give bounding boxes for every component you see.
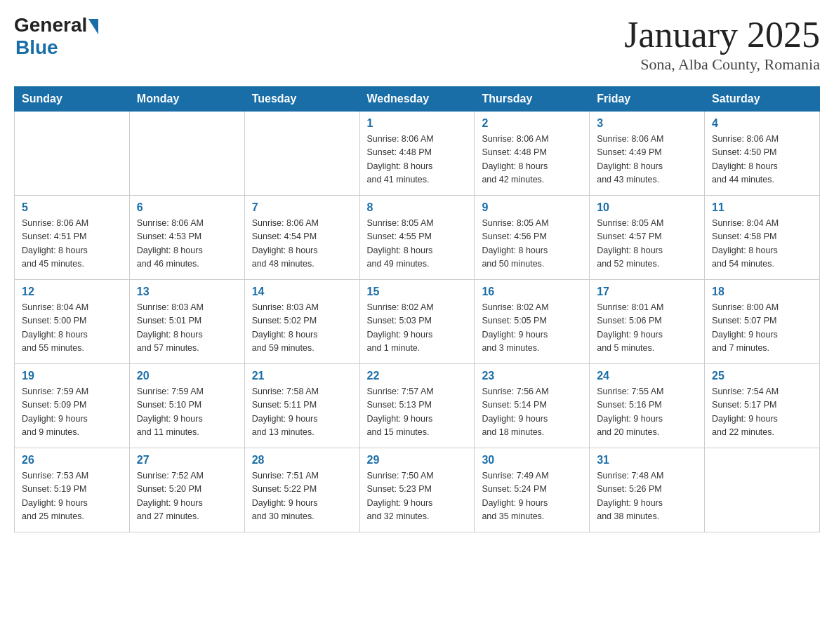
day-info: Sunrise: 8:06 AM Sunset: 4:51 PM Dayligh…	[22, 217, 122, 271]
day-number: 14	[252, 286, 352, 298]
day-info: Sunrise: 7:49 AM Sunset: 5:24 PM Dayligh…	[482, 469, 582, 524]
day-info: Sunrise: 7:59 AM Sunset: 5:10 PM Dayligh…	[137, 385, 237, 440]
day-info: Sunrise: 7:50 AM Sunset: 5:23 PM Dayligh…	[367, 469, 468, 524]
day-info: Sunrise: 8:05 AM Sunset: 4:55 PM Dayligh…	[367, 217, 468, 271]
day-info: Sunrise: 8:02 AM Sunset: 5:03 PM Dayligh…	[367, 301, 468, 356]
header-cell-monday: Monday	[129, 87, 244, 112]
day-cell: 13Sunrise: 8:03 AM Sunset: 5:01 PM Dayli…	[129, 280, 244, 364]
logo: General Blue	[14, 14, 98, 59]
header-cell-tuesday: Tuesday	[244, 87, 359, 112]
day-number: 23	[482, 370, 582, 382]
day-info: Sunrise: 7:57 AM Sunset: 5:13 PM Dayligh…	[367, 385, 468, 440]
day-info: Sunrise: 8:06 AM Sunset: 4:50 PM Dayligh…	[712, 133, 812, 187]
day-cell: 6Sunrise: 8:06 AM Sunset: 4:53 PM Daylig…	[129, 196, 244, 280]
day-cell: 26Sunrise: 7:53 AM Sunset: 5:19 PM Dayli…	[15, 448, 130, 532]
day-cell: 21Sunrise: 7:58 AM Sunset: 5:11 PM Dayli…	[244, 364, 359, 448]
day-cell: 17Sunrise: 8:01 AM Sunset: 5:06 PM Dayli…	[590, 280, 705, 364]
day-info: Sunrise: 8:06 AM Sunset: 4:54 PM Dayligh…	[252, 217, 352, 271]
day-info: Sunrise: 8:03 AM Sunset: 5:02 PM Dayligh…	[252, 301, 352, 356]
day-number: 16	[482, 286, 582, 298]
week-row-3: 12Sunrise: 8:04 AM Sunset: 5:00 PM Dayli…	[15, 280, 820, 364]
week-row-4: 19Sunrise: 7:59 AM Sunset: 5:09 PM Dayli…	[15, 364, 820, 448]
location: Sona, Alba County, Romania	[624, 55, 820, 74]
day-number: 28	[252, 454, 352, 467]
day-cell: 19Sunrise: 7:59 AM Sunset: 5:09 PM Dayli…	[15, 364, 130, 448]
day-number: 18	[712, 286, 812, 298]
day-number: 4	[712, 117, 812, 130]
day-info: Sunrise: 7:59 AM Sunset: 5:09 PM Dayligh…	[22, 385, 122, 440]
day-cell: 31Sunrise: 7:48 AM Sunset: 5:26 PM Dayli…	[590, 448, 705, 532]
day-cell: 23Sunrise: 7:56 AM Sunset: 5:14 PM Dayli…	[475, 364, 590, 448]
day-info: Sunrise: 7:52 AM Sunset: 5:20 PM Dayligh…	[137, 469, 237, 524]
day-info: Sunrise: 7:54 AM Sunset: 5:17 PM Dayligh…	[712, 385, 812, 440]
day-cell: 18Sunrise: 8:00 AM Sunset: 5:07 PM Dayli…	[705, 280, 820, 364]
day-number: 19	[22, 370, 122, 382]
day-number: 6	[137, 201, 237, 214]
day-cell: 24Sunrise: 7:55 AM Sunset: 5:16 PM Dayli…	[590, 364, 705, 448]
day-number: 30	[482, 454, 582, 467]
title-area: January 2025 Sona, Alba County, Romania	[624, 14, 820, 74]
calendar-body: 1Sunrise: 8:06 AM Sunset: 4:48 PM Daylig…	[15, 112, 820, 532]
day-cell: 28Sunrise: 7:51 AM Sunset: 5:22 PM Dayli…	[244, 448, 359, 532]
week-row-5: 26Sunrise: 7:53 AM Sunset: 5:19 PM Dayli…	[15, 448, 820, 532]
day-cell: 8Sunrise: 8:05 AM Sunset: 4:55 PM Daylig…	[359, 196, 475, 280]
logo-triangle-icon	[88, 19, 98, 34]
day-cell: 2Sunrise: 8:06 AM Sunset: 4:48 PM Daylig…	[475, 112, 590, 196]
day-cell: 9Sunrise: 8:05 AM Sunset: 4:56 PM Daylig…	[475, 196, 590, 280]
day-cell: 10Sunrise: 8:05 AM Sunset: 4:57 PM Dayli…	[590, 196, 705, 280]
header-cell-sunday: Sunday	[15, 87, 130, 112]
day-number: 17	[597, 286, 697, 298]
day-info: Sunrise: 7:48 AM Sunset: 5:26 PM Dayligh…	[597, 469, 697, 524]
day-number: 22	[367, 370, 468, 382]
calendar-header: SundayMondayTuesdayWednesdayThursdayFrid…	[15, 87, 820, 112]
day-number: 13	[137, 286, 237, 298]
header-cell-thursday: Thursday	[475, 87, 590, 112]
day-info: Sunrise: 7:51 AM Sunset: 5:22 PM Dayligh…	[252, 469, 352, 524]
day-cell: 12Sunrise: 8:04 AM Sunset: 5:00 PM Dayli…	[15, 280, 130, 364]
day-cell: 15Sunrise: 8:02 AM Sunset: 5:03 PM Dayli…	[359, 280, 475, 364]
day-cell	[129, 112, 244, 196]
month-title: January 2025	[624, 14, 820, 55]
day-number: 7	[252, 201, 352, 214]
day-info: Sunrise: 8:05 AM Sunset: 4:57 PM Dayligh…	[597, 217, 697, 271]
day-number: 10	[597, 201, 697, 214]
header-row: SundayMondayTuesdayWednesdayThursdayFrid…	[15, 87, 820, 112]
header-cell-saturday: Saturday	[705, 87, 820, 112]
day-cell: 4Sunrise: 8:06 AM Sunset: 4:50 PM Daylig…	[705, 112, 820, 196]
day-info: Sunrise: 8:06 AM Sunset: 4:49 PM Dayligh…	[597, 133, 697, 187]
day-info: Sunrise: 7:58 AM Sunset: 5:11 PM Dayligh…	[252, 385, 352, 440]
logo-general-text: General	[14, 14, 87, 36]
day-cell: 30Sunrise: 7:49 AM Sunset: 5:24 PM Dayli…	[475, 448, 590, 532]
day-cell: 5Sunrise: 8:06 AM Sunset: 4:51 PM Daylig…	[15, 196, 130, 280]
header-cell-friday: Friday	[590, 87, 705, 112]
week-row-1: 1Sunrise: 8:06 AM Sunset: 4:48 PM Daylig…	[15, 112, 820, 196]
day-cell: 25Sunrise: 7:54 AM Sunset: 5:17 PM Dayli…	[705, 364, 820, 448]
day-info: Sunrise: 8:04 AM Sunset: 5:00 PM Dayligh…	[22, 301, 122, 356]
day-number: 24	[597, 370, 697, 382]
header: General Blue January 2025 Sona, Alba Cou…	[14, 14, 820, 74]
day-number: 5	[22, 201, 122, 214]
day-cell: 29Sunrise: 7:50 AM Sunset: 5:23 PM Dayli…	[359, 448, 475, 532]
day-info: Sunrise: 8:06 AM Sunset: 4:53 PM Dayligh…	[137, 217, 237, 271]
day-number: 27	[137, 454, 237, 467]
day-cell: 14Sunrise: 8:03 AM Sunset: 5:02 PM Dayli…	[244, 280, 359, 364]
day-number: 1	[367, 117, 468, 130]
day-cell: 20Sunrise: 7:59 AM Sunset: 5:10 PM Dayli…	[129, 364, 244, 448]
calendar-table: SundayMondayTuesdayWednesdayThursdayFrid…	[14, 86, 820, 532]
day-cell: 22Sunrise: 7:57 AM Sunset: 5:13 PM Dayli…	[359, 364, 475, 448]
logo-blue-text: Blue	[15, 36, 58, 59]
day-number: 21	[252, 370, 352, 382]
day-cell: 27Sunrise: 7:52 AM Sunset: 5:20 PM Dayli…	[129, 448, 244, 532]
day-number: 2	[482, 117, 582, 130]
day-info: Sunrise: 7:55 AM Sunset: 5:16 PM Dayligh…	[597, 385, 697, 440]
day-number: 3	[597, 117, 697, 130]
day-info: Sunrise: 8:06 AM Sunset: 4:48 PM Dayligh…	[482, 133, 582, 187]
day-cell	[244, 112, 359, 196]
day-info: Sunrise: 8:01 AM Sunset: 5:06 PM Dayligh…	[597, 301, 697, 356]
day-cell: 1Sunrise: 8:06 AM Sunset: 4:48 PM Daylig…	[359, 112, 475, 196]
day-number: 9	[482, 201, 582, 214]
day-number: 11	[712, 201, 812, 214]
day-cell: 3Sunrise: 8:06 AM Sunset: 4:49 PM Daylig…	[590, 112, 705, 196]
day-info: Sunrise: 7:53 AM Sunset: 5:19 PM Dayligh…	[22, 469, 122, 524]
day-number: 26	[22, 454, 122, 467]
